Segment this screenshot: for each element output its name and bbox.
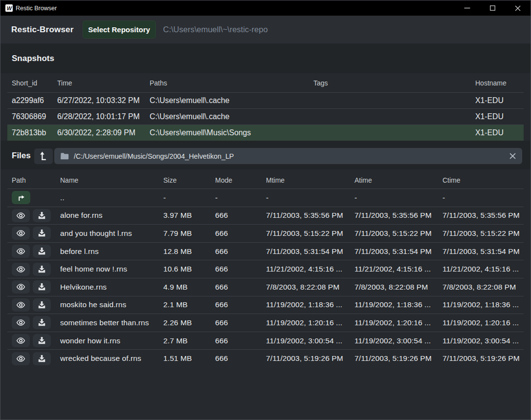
file-mode: 666 (211, 336, 262, 345)
file-size: 7.79 MB (159, 229, 211, 238)
files-column-header: Name (56, 176, 159, 184)
minimize-button[interactable] (454, 0, 480, 16)
files-column-header: Path (7, 176, 56, 184)
files-table-body: alone for.rns 3.97 MB 666 7/11/2003, 5:3… (7, 207, 524, 367)
files-column-header: Mode (211, 176, 262, 184)
file-row[interactable]: wrecked because of.rns 1.51 MB 666 7/11/… (7, 349, 524, 367)
snapshot-paths: C:\Users\emuell\Music\Songs (145, 128, 309, 137)
preview-file-button[interactable] (12, 209, 30, 222)
eye-icon (16, 300, 26, 310)
current-path-field[interactable]: /C:/Users/emuell/Music/Songs/2004_Helvet… (54, 148, 522, 164)
snapshot-row[interactable]: a2299af6 6/27/2022, 10:03:32 PM C:\Users… (7, 92, 524, 108)
snapshots-column-header: Tags (309, 79, 471, 87)
select-repository-button[interactable]: Select Repository (83, 21, 156, 39)
snapshots-table-header: Short_id Time Paths Tags Hostname (7, 73, 524, 92)
files-table-header: Path Name Size Mode Mtime Atime Ctime (7, 169, 524, 189)
file-size: 2.26 MB (159, 318, 211, 327)
preview-file-button[interactable] (12, 263, 30, 276)
parent-directory-row[interactable]: .. - - - - - (7, 189, 524, 207)
download-file-button[interactable] (33, 245, 51, 258)
preview-file-button[interactable] (12, 316, 30, 329)
file-atime: - (350, 193, 438, 202)
file-row[interactable]: Helvikone.rns 4.9 MB 666 7/8/2003, 8:22:… (7, 278, 524, 296)
window-title: Restic Browser (16, 5, 57, 12)
close-button[interactable] (505, 0, 531, 16)
download-file-button[interactable] (33, 298, 51, 312)
file-mtime: 11/21/2002, 4:15:16 ... (262, 265, 350, 273)
preview-file-button[interactable] (12, 245, 30, 258)
snapshot-hostname: X1-EDU (471, 96, 524, 105)
eye-icon (16, 282, 26, 292)
app-logo-icon: W (5, 4, 13, 12)
preview-file-button[interactable] (12, 280, 30, 294)
file-name: moskito he said.rns (56, 300, 159, 309)
download-file-button[interactable] (33, 227, 51, 240)
download-file-button[interactable] (33, 334, 51, 347)
file-mtime: 7/11/2003, 5:31:54 PM (262, 247, 350, 256)
app-title: Restic-Browser (11, 25, 74, 35)
file-row[interactable]: before l.rns 12.8 MB 666 7/11/2003, 5:31… (7, 242, 524, 260)
snapshot-paths: C:\Users\emuell\.cache (145, 112, 309, 121)
download-icon (37, 265, 46, 274)
preview-file-button[interactable] (12, 352, 30, 365)
download-file-button[interactable] (33, 263, 51, 276)
eye-icon (16, 246, 26, 256)
snapshot-short-id: 72b813bb (7, 128, 53, 137)
clear-path-button[interactable] (509, 153, 516, 159)
snapshot-row[interactable]: 76306869 6/28/2022, 10:01:17 PM C:\Users… (7, 108, 524, 125)
preview-file-button[interactable] (12, 334, 30, 347)
file-size: 2.1 MB (159, 300, 211, 309)
toolbar: Restic-Browser Select Repository C:\User… (0, 16, 531, 43)
snapshots-column-header: Short_id (7, 79, 53, 87)
file-row[interactable]: and you thought l.rns 7.79 MB 666 7/11/2… (7, 224, 524, 242)
file-atime: 7/11/2003, 5:19:26 PM (350, 354, 438, 363)
preview-file-button[interactable] (12, 227, 30, 240)
download-icon (37, 282, 46, 292)
eye-icon (16, 317, 26, 328)
file-mtime: - (262, 193, 350, 202)
file-mtime: 11/19/2002, 3:00:54 ... (262, 336, 350, 345)
eye-icon (16, 354, 26, 364)
titlebar: W Restic Browser (0, 0, 531, 16)
file-row[interactable]: wonder how it.rns 2.7 MB 666 11/19/2002,… (7, 332, 524, 350)
close-icon (515, 5, 521, 11)
download-file-button[interactable] (33, 352, 51, 365)
files-heading: Files (12, 151, 34, 161)
maximize-button[interactable] (480, 0, 505, 16)
snapshots-column-header: Time (53, 79, 145, 87)
file-row[interactable]: feel home now !.rns 10.6 MB 666 11/21/20… (7, 260, 524, 278)
snapshots-column-header: Hostname (471, 79, 524, 87)
file-mtime: 7/11/2003, 5:35:56 PM (262, 211, 350, 220)
file-mode: 666 (211, 229, 262, 238)
file-mtime: 11/19/2002, 1:18:36 ... (262, 300, 350, 309)
level-up-arrow-icon (39, 151, 48, 161)
minimize-icon (464, 5, 470, 11)
snapshot-short-id: 76306869 (7, 112, 53, 121)
eye-icon (16, 336, 26, 346)
file-row[interactable]: sometimes better than.rns 2.26 MB 666 11… (7, 314, 524, 332)
download-file-button[interactable] (33, 316, 51, 329)
file-ctime: 7/11/2003, 5:35:56 PM (438, 211, 524, 220)
file-name: sometimes better than.rns (56, 318, 159, 327)
file-row[interactable]: moskito he said.rns 2.1 MB 666 11/19/200… (7, 296, 524, 314)
file-mtime: 7/11/2003, 5:15:22 PM (262, 229, 350, 238)
file-name: wrecked because of.rns (56, 354, 159, 363)
app-window: W Restic Browser Restic-Browser Select R… (0, 0, 531, 420)
download-file-button[interactable] (33, 280, 51, 294)
dump-level-up-button[interactable] (34, 148, 53, 164)
download-icon (37, 300, 46, 310)
file-atime: 7/11/2003, 5:15:22 PM (350, 229, 438, 238)
file-mode: 666 (211, 318, 262, 327)
download-icon (37, 318, 46, 327)
download-file-button[interactable] (33, 209, 51, 222)
file-atime: 11/19/2002, 1:18:36 ... (350, 300, 438, 309)
preview-file-button[interactable] (12, 298, 30, 312)
file-size: 1.51 MB (159, 354, 211, 363)
file-mtime: 11/19/2002, 1:20:16 ... (262, 318, 350, 327)
file-row[interactable]: alone for.rns 3.97 MB 666 7/11/2003, 5:3… (7, 207, 524, 225)
file-ctime: 11/21/2002, 4:15:16 ... (438, 265, 524, 273)
go-parent-directory-button[interactable] (12, 191, 30, 204)
snapshot-row[interactable]: 72b813bb 6/30/2022, 2:28:09 PM C:\Users\… (7, 125, 524, 141)
file-ctime: - (438, 193, 524, 202)
snapshot-time: 6/28/2022, 10:01:17 PM (53, 112, 145, 121)
